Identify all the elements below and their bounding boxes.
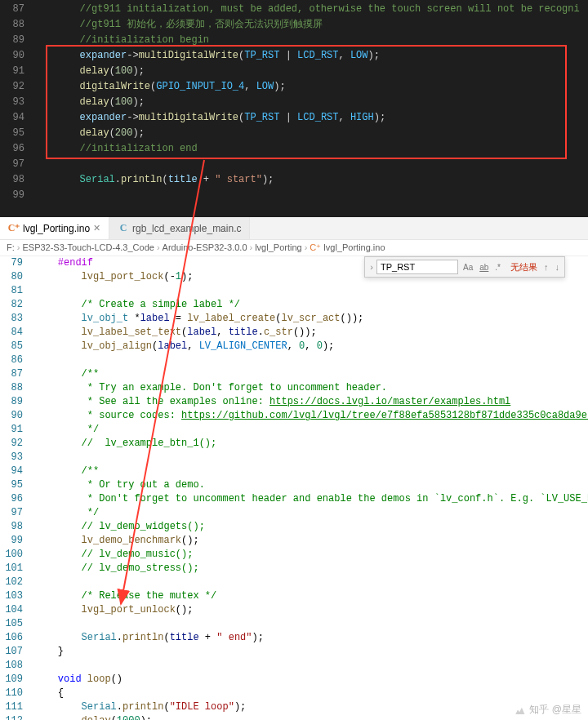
code-line[interactable]: 96 //initialization end (0, 141, 588, 157)
line-number: 95 (0, 478, 34, 492)
code-line[interactable]: 111 Serial.println("IDLE loop"); (0, 700, 588, 714)
code-line[interactable]: 92 // lv_example_btn_1(); (0, 437, 588, 451)
breadcrumb-segment[interactable]: Arduino-ESP32-3.0.0 (163, 242, 247, 252)
line-number: 80 (0, 270, 34, 284)
line-number: 89 (0, 33, 33, 48)
code-line[interactable]: 90 * source codes: https://github.com/lv… (0, 409, 588, 423)
code-line[interactable]: 109 void loop() (0, 673, 588, 687)
file-icon: C⁺ (8, 223, 20, 234)
code-line[interactable]: 104 lvgl_port_unlock(); (0, 603, 588, 617)
line-number: 96 (0, 141, 33, 157)
code-line[interactable]: 84 lv_label_set_text(label, title.c_str(… (0, 326, 588, 340)
code-line[interactable]: 91 delay(100); (0, 64, 588, 79)
tab-rgb_lcd_example_main-c[interactable]: Crgb_lcd_example_main.c (109, 217, 250, 239)
line-number: 97 (0, 506, 34, 520)
code-line[interactable]: 87 //gt911 initialization, must be added… (0, 2, 588, 17)
code-line[interactable]: 100 // lv_demo_music(); (0, 548, 588, 562)
close-icon[interactable]: ✕ (93, 223, 100, 233)
code-line[interactable]: 93 delay(100); (0, 95, 588, 110)
line-number: 103 (0, 589, 34, 603)
code-line[interactable]: 107 } (0, 645, 588, 659)
code-line[interactable]: 82 /* Create a simple label */ (0, 298, 588, 312)
code-line[interactable]: 88 * Try an example. Don't forget to unc… (0, 381, 588, 395)
line-number: 93 (0, 451, 34, 464)
code-line[interactable]: 98 Serial.println(title + " start"); (0, 172, 588, 188)
editor-dark[interactable]: 87 //gt911 initialization, must be added… (0, 0, 588, 217)
code-line[interactable]: 99 (0, 188, 588, 203)
code-line[interactable]: 103 /* Release the mutex */ (0, 589, 588, 603)
breadcrumb-segment[interactable]: lvgl_Porting (255, 242, 301, 252)
find-widget[interactable]: › Aa ab .* 无结果 ↑ ↓ (364, 256, 565, 278)
code-line[interactable]: 86 (0, 353, 588, 367)
code-line[interactable]: 102 (0, 576, 588, 589)
code-line[interactable]: 90 expander->multiDigitalWrite(TP_RST | … (0, 48, 588, 64)
line-number: 82 (0, 298, 34, 312)
find-prev-icon[interactable]: ↑ (544, 262, 549, 272)
code-line[interactable]: 89 * See all the examples online: https:… (0, 395, 588, 409)
find-opt-regex[interactable]: .* (493, 263, 502, 272)
line-number: 89 (0, 395, 34, 409)
light-code-lines[interactable]: 79 #endif80 lvgl_port_lock(-1);8182 /* C… (0, 256, 588, 720)
code-line[interactable]: 83 lv_obj_t *label = lv_label_create(lv_… (0, 312, 588, 326)
line-number: 107 (0, 645, 34, 659)
line-number: 84 (0, 326, 34, 340)
line-number: 97 (0, 157, 33, 172)
line-number: 93 (0, 95, 33, 110)
file-icon: C (118, 223, 129, 234)
light-code-area[interactable]: › Aa ab .* 无结果 ↑ ↓ 79 #endif80 lvgl_port… (0, 256, 588, 720)
code-line[interactable]: 99 lv_demo_benchmark(); (0, 534, 588, 548)
code-line[interactable]: 96 * Don't forget to uncomment header an… (0, 492, 588, 506)
code-line[interactable]: 98 // lv_demo_widgets(); (0, 520, 588, 534)
code-line[interactable]: 112 delay(1000); (0, 714, 588, 720)
line-number: 99 (0, 188, 33, 203)
line-number: 100 (0, 548, 34, 562)
line-number: 108 (0, 659, 34, 673)
code-line[interactable]: 101 // lv_demo_stress(); (0, 562, 588, 576)
breadcrumb-segment[interactable]: ESP32-S3-Touch-LCD-4.3_Code (22, 242, 154, 252)
code-line[interactable]: 92 digitalWrite(GPIO_INPUT_IO_4, LOW); (0, 79, 588, 95)
line-number: 104 (0, 603, 34, 617)
dark-code-lines[interactable]: 87 //gt911 initialization, must be added… (0, 0, 588, 203)
code-line[interactable]: 93 (0, 451, 588, 464)
code-line[interactable]: 97 */ (0, 506, 588, 520)
code-line[interactable]: 87 /** (0, 367, 588, 381)
code-line[interactable]: 94 expander->multiDigitalWrite(TP_RST | … (0, 110, 588, 126)
code-line[interactable]: 97 (0, 157, 588, 172)
line-number: 88 (0, 381, 34, 395)
find-opt-word[interactable]: ab (478, 263, 490, 272)
line-number: 92 (0, 79, 33, 95)
code-line[interactable]: 81 (0, 284, 588, 298)
breadcrumb-segment[interactable]: C⁺ lvgl_Porting.ino (310, 242, 385, 252)
line-number: 87 (0, 2, 33, 17)
line-number: 99 (0, 534, 34, 548)
code-line[interactable]: 88 //gt911 初始化，必须要加，否则会无法识别到触摸屏 (0, 17, 588, 33)
editor-light[interactable]: C⁺lvgl_Porting.ino✕Crgb_lcd_example_main… (0, 217, 588, 720)
find-next-icon[interactable]: ↓ (555, 262, 560, 272)
find-expand-icon[interactable]: › (370, 262, 373, 272)
find-input[interactable] (376, 260, 458, 274)
code-line[interactable]: 94 /** (0, 464, 588, 478)
tab-lvgl_Porting-ino[interactable]: C⁺lvgl_Porting.ino✕ (0, 217, 109, 239)
line-number: 110 (0, 687, 34, 700)
line-number: 101 (0, 562, 34, 576)
line-number: 112 (0, 714, 34, 720)
code-line[interactable]: 110 { (0, 687, 588, 700)
code-line[interactable]: 95 delay(200); (0, 126, 588, 141)
code-line[interactable]: 95 * Or try out a demo. (0, 478, 588, 492)
code-line[interactable]: 105 (0, 617, 588, 631)
line-number: 102 (0, 576, 34, 589)
code-line[interactable]: 91 */ (0, 423, 588, 437)
code-line[interactable]: 108 (0, 659, 588, 673)
line-number: 91 (0, 64, 33, 79)
file-icon: C⁺ (310, 242, 323, 252)
line-number: 92 (0, 437, 34, 451)
code-line[interactable]: 106 Serial.println(title + " end"); (0, 631, 588, 645)
tab-bar: C⁺lvgl_Porting.ino✕Crgb_lcd_example_main… (0, 217, 588, 240)
code-line[interactable]: 89 //initialization begin (0, 33, 588, 48)
breadcrumb[interactable]: F:›ESP32-S3-Touch-LCD-4.3_Code›Arduino-E… (0, 240, 588, 256)
find-opt-case[interactable]: Aa (461, 263, 474, 272)
line-number: 95 (0, 126, 33, 141)
code-line[interactable]: 85 lv_obj_align(label, LV_ALIGN_CENTER, … (0, 340, 588, 353)
breadcrumb-segment[interactable]: F: (7, 242, 15, 252)
tab-label: lvgl_Porting.ino (23, 223, 90, 234)
